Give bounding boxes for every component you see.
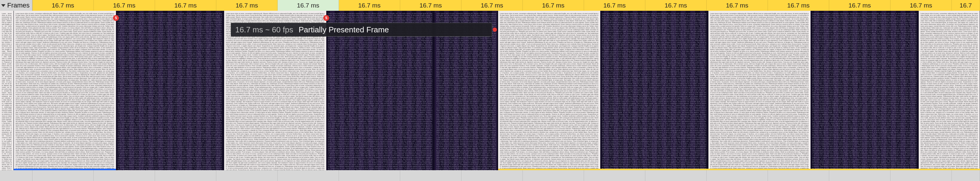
error-badge-icon: 5: [323, 15, 329, 21]
bottom-track-cell[interactable]: [952, 170, 980, 181]
frame-cell[interactable]: 16.7 ms: [94, 0, 155, 11]
frame-cell[interactable]: 16.7 ms: [768, 0, 829, 11]
frame-screenshot[interactable]: Lorem ipsum dolor sit amet, consectetur …: [14, 11, 224, 170]
frame-screenshot[interactable]: Lorem ipsum dolor sit amet, consectetur …: [498, 11, 708, 170]
frame-cell[interactable]: 16.7 ms: [32, 0, 94, 11]
bottom-track-cell[interactable]: [155, 170, 216, 181]
bottom-track[interactable]: [0, 170, 980, 181]
frame-cell[interactable]: 16.7 ms: [216, 0, 278, 11]
bottom-track-cell[interactable]: [706, 170, 768, 181]
screenshot-text-column: Lorem ipsum dolor sit amet, consectetur …: [919, 11, 980, 170]
frame-tooltip-type: Partially Presented Frame: [299, 25, 389, 35]
collapse-triangle-icon[interactable]: [1, 4, 5, 7]
frame-cell[interactable]: 16.7 ms: [155, 0, 216, 11]
frames-track-header[interactable]: Frames: [0, 0, 32, 11]
frame-cell[interactable]: 16.7 ms: [645, 0, 706, 11]
frames-track-label: Frames: [7, 2, 30, 9]
frame-screenshot[interactable]: Lorem ipsum dolor sit amet, consectetur …: [919, 11, 980, 170]
bottom-track-cell[interactable]: [400, 170, 461, 181]
frame-cell[interactable]: 16.7 ms: [584, 0, 645, 11]
bottom-track-cell[interactable]: [32, 170, 94, 181]
frame-screenshot[interactable]: Lorem ipsum dolor sit amet, consectetur …: [708, 11, 919, 170]
screenshot-text-column: Lorem ipsum dolor sit amet, consectetur …: [811, 11, 918, 170]
bottom-track-cell[interactable]: [768, 170, 829, 181]
screenshot-text-column: Lorem ipsum dolor sit amet, consectetur …: [708, 11, 811, 170]
frame-progress-underline: [14, 169, 116, 170]
screenshot-text-column: Lorem ipsum dolor sit amet, consectetur …: [0, 11, 14, 170]
bottom-track-cell[interactable]: [0, 170, 32, 181]
screenshot-text-column: Lorem ipsum dolor sit amet, consectetur …: [14, 11, 116, 170]
frame-tooltip-marker-icon: [493, 28, 497, 32]
frame-tooltip: 16.7 ms ~ 60 fps Partially Presented Fra…: [231, 23, 492, 36]
frame-cell[interactable]: 16.7 ms: [278, 0, 339, 11]
bottom-track-cell[interactable]: [216, 170, 278, 181]
error-badge-icon: 5: [113, 15, 119, 21]
frame-tooltip-timing: 16.7 ms ~ 60 fps: [235, 25, 293, 35]
screenshot-text-column: Lorem ipsum dolor sit amet, consectetur …: [600, 11, 708, 170]
frame-cell[interactable]: 16.7 ms: [706, 0, 768, 11]
bottom-track-cell[interactable]: [94, 170, 155, 181]
screenshot-text-column: Lorem ipsum dolor sit amet, consectetur …: [116, 11, 224, 170]
frame-cell[interactable]: 16.7 ms: [829, 0, 891, 11]
frame-screenshot[interactable]: Lorem ipsum dolor sit amet, consectetur …: [0, 11, 14, 170]
frame-cell[interactable]: 16.7 ms: [339, 0, 400, 11]
frame-cell[interactable]: 16.7 ms: [461, 0, 523, 11]
bottom-track-cell[interactable]: [645, 170, 706, 181]
frame-cell[interactable]: 16.7 ms: [891, 0, 952, 11]
frames-track[interactable]: Frames 16.7 ms16.7 ms16.7 ms16.7 ms16.7 …: [0, 0, 980, 11]
bottom-track-cell[interactable]: [339, 170, 400, 181]
bottom-track-cell[interactable]: [891, 170, 952, 181]
frame-cell[interactable]: 16.7 ms: [523, 0, 584, 11]
frame-highlight-underline: [498, 169, 980, 170]
bottom-track-cell[interactable]: [461, 170, 523, 181]
screenshot-text-column: Lorem ipsum dolor sit amet, consectetur …: [498, 11, 600, 170]
bottom-track-cell[interactable]: [584, 170, 645, 181]
bottom-track-cell[interactable]: [278, 170, 339, 181]
frame-cell[interactable]: 16.7 ms: [400, 0, 461, 11]
bottom-track-cell[interactable]: [523, 170, 584, 181]
frame-cell[interactable]: 16.7: [952, 0, 980, 11]
frame-screenshots-row[interactable]: Lorem ipsum dolor sit amet, consectetur …: [0, 11, 980, 170]
bottom-track-cell[interactable]: [829, 170, 891, 181]
